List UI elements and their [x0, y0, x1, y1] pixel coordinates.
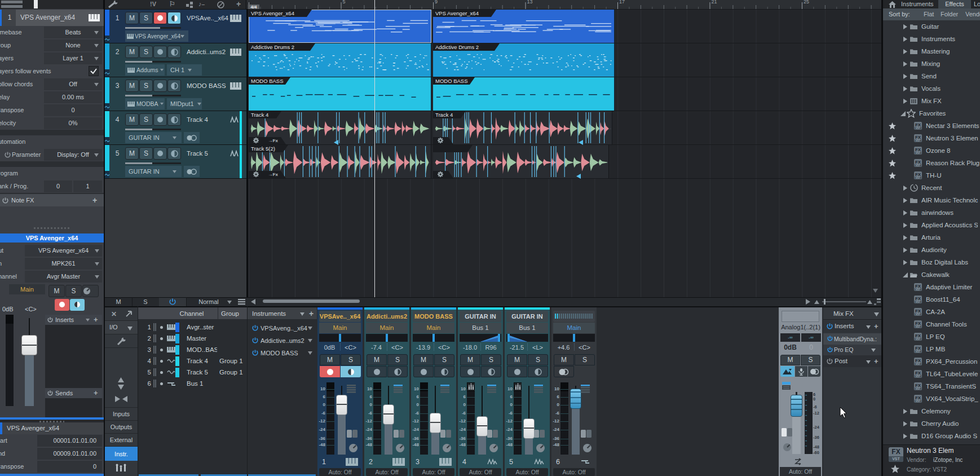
- svg-text:VST: VST: [916, 387, 921, 390]
- svg-text:VST: VST: [916, 363, 921, 365]
- svg-text:VST: VST: [916, 375, 921, 378]
- svg-text:VST: VST: [916, 127, 921, 130]
- svg-text:VST: VST: [916, 400, 921, 403]
- svg-text:VST: VST: [916, 325, 921, 328]
- svg-text:5: 5: [343, 0, 346, 5]
- svg-text:VST: VST: [916, 350, 921, 353]
- svg-text:VST: VST: [916, 139, 921, 142]
- svg-text:21: 21: [712, 0, 717, 5]
- svg-text:VST: VST: [916, 152, 921, 155]
- svg-text:VST: VST: [916, 313, 921, 316]
- svg-text:VST: VST: [916, 177, 921, 179]
- svg-text:VST: VST: [916, 338, 921, 341]
- svg-text:17: 17: [619, 0, 625, 5]
- svg-text:13: 13: [527, 0, 533, 5]
- svg-text:9: 9: [435, 0, 438, 5]
- svg-text:VST: VST: [916, 301, 921, 303]
- svg-text:VST: VST: [916, 288, 921, 291]
- svg-text:VST: VST: [916, 164, 921, 167]
- svg-text:25: 25: [804, 0, 809, 5]
